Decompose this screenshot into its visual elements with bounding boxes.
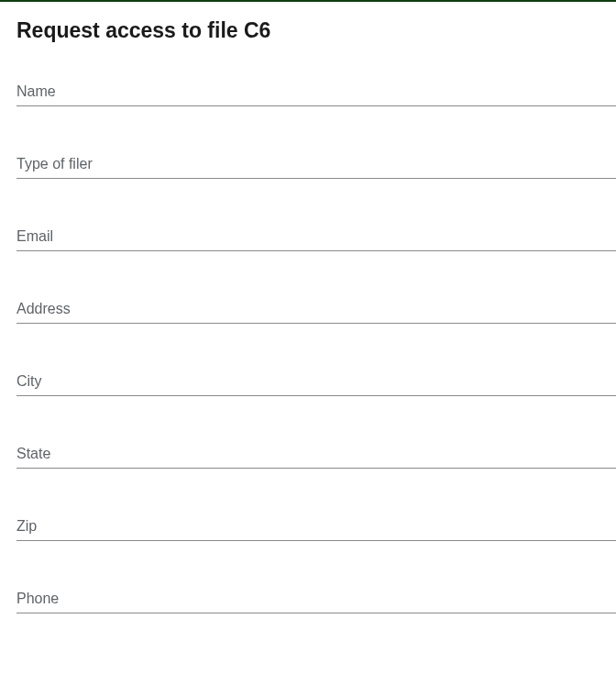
field-name xyxy=(16,78,616,106)
type-of-filer-input[interactable] xyxy=(16,150,616,179)
field-type-of-filer xyxy=(16,150,616,179)
field-phone xyxy=(16,585,616,613)
zip-input[interactable] xyxy=(16,513,616,541)
state-input[interactable] xyxy=(16,440,616,469)
city-input[interactable] xyxy=(16,368,616,396)
field-state xyxy=(16,440,616,469)
field-zip xyxy=(16,513,616,541)
field-address xyxy=(16,295,616,324)
request-access-dialog: Request access to file C6 xyxy=(0,2,616,613)
field-city xyxy=(16,368,616,396)
form-fields xyxy=(16,78,616,613)
field-email xyxy=(16,223,616,251)
name-input[interactable] xyxy=(16,78,616,106)
email-input[interactable] xyxy=(16,223,616,251)
phone-input[interactable] xyxy=(16,585,616,613)
dialog-title: Request access to file C6 xyxy=(16,18,616,43)
address-input[interactable] xyxy=(16,295,616,324)
